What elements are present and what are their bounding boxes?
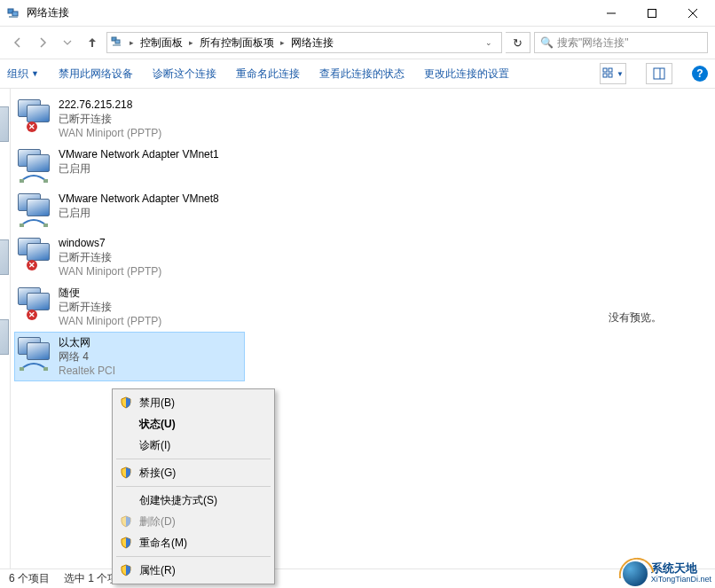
network-icon: ✕ (16, 286, 53, 323)
diagnose-button[interactable]: 诊断这个连接 (153, 67, 216, 82)
connection-status: 网络 4 (59, 349, 115, 364)
connection-name: 222.76.215.218 (59, 98, 161, 112)
menu-create-shortcut[interactable]: 创建快捷方式(S) (114, 490, 272, 511)
content-area: ✕ 222.76.215.218 已断开连接 WAN Miniport (PPT… (0, 89, 715, 568)
connection-item-selected[interactable]: 以太网 网络 4 Realtek PCI (14, 332, 245, 381)
connection-status: 已断开连接 (59, 250, 161, 264)
item-count: 6 个项目 (9, 571, 50, 586)
svg-rect-9 (113, 44, 121, 46)
watermark: 系统天地 XiTongTianDi.net (623, 561, 711, 586)
close-button[interactable] (672, 0, 713, 27)
connection-name: VMware Network Adapter VMnet8 (59, 192, 219, 206)
forward-button[interactable] (32, 32, 53, 53)
menu-properties[interactable]: 属性(R) (114, 560, 272, 581)
context-menu: 禁用(B) 状态(U) 诊断(I) 桥接(G) 创建快捷方式(S) 删除(D) … (112, 388, 275, 584)
svg-rect-12 (603, 74, 607, 77)
maximize-button[interactable] (632, 0, 672, 27)
breadcrumb-seg-1[interactable]: 控制面板 (138, 35, 185, 51)
path-dropdown-icon[interactable]: ⌄ (480, 38, 498, 47)
search-input[interactable]: 🔍 搜索"网络连接" (534, 32, 708, 53)
organize-menu[interactable]: 组织▼ (7, 67, 39, 82)
menu-diagnose[interactable]: 诊断(I) (114, 435, 272, 456)
network-icon: ✕ (16, 236, 53, 273)
menu-separator (116, 459, 271, 459)
svg-rect-4 (648, 9, 656, 17)
menu-rename[interactable]: 重命名(M) (114, 532, 272, 553)
connection-item[interactable]: ✕ windows7 已断开连接 WAN Miniport (PPTP) (14, 232, 245, 282)
svg-rect-16 (20, 179, 24, 183)
chevron-right-icon[interactable]: ▸ (278, 38, 287, 47)
menu-separator (116, 486, 271, 487)
connection-status: 已断开连接 (59, 112, 161, 126)
globe-icon (623, 561, 648, 586)
watermark-title: 系统天地 (651, 563, 711, 574)
view-status-button[interactable]: 查看此连接的状态 (319, 67, 405, 82)
up-button[interactable] (82, 32, 103, 53)
connection-item[interactable]: VMware Network Adapter VMnet8 已启用 (14, 188, 245, 232)
view-options-button[interactable]: ▼ (600, 63, 626, 84)
chevron-right-icon[interactable]: ▸ (186, 38, 196, 47)
connection-device: Realtek PCI (59, 364, 115, 378)
connection-item[interactable]: ✕ 随便 已断开连接 WAN Miniport (PPTP) (14, 282, 245, 332)
titlebar: 网络连接 (0, 0, 715, 27)
rename-button[interactable]: 重命名此连接 (236, 67, 300, 82)
shield-icon (120, 466, 132, 479)
svg-rect-1 (12, 12, 18, 16)
connection-status: 已断开连接 (59, 300, 161, 314)
connection-status: 已启用 (59, 161, 219, 176)
connection-item[interactable]: VMware Network Adapter VMnet1 已启用 (14, 144, 245, 188)
connection-name: windows7 (59, 236, 161, 250)
svg-rect-8 (115, 40, 120, 43)
chevron-right-icon[interactable]: ▸ (127, 38, 137, 47)
breadcrumb[interactable]: ▸ 控制面板 ▸ 所有控制面板项 ▸ 网络连接 ⌄ (106, 32, 502, 53)
connection-name: VMware Network Adapter VMnet1 (59, 147, 219, 161)
search-icon: 🔍 (540, 36, 554, 49)
svg-rect-14 (654, 68, 664, 79)
menu-delete: 删除(D) (114, 511, 272, 532)
preview-pane-button[interactable] (646, 63, 672, 84)
shield-icon (120, 515, 132, 528)
svg-rect-17 (43, 179, 48, 183)
shield-icon (120, 537, 132, 549)
command-bar: 组织▼ 禁用此网络设备 诊断这个连接 重命名此连接 查看此连接的状态 更改此连接… (0, 59, 715, 89)
svg-rect-2 (9, 16, 18, 18)
disable-device-button[interactable]: 禁用此网络设备 (59, 67, 133, 82)
back-button[interactable] (7, 32, 28, 53)
watermark-url: XiTongTianDi.net (651, 574, 711, 584)
menu-status[interactable]: 状态(U) (114, 413, 272, 435)
connection-name: 以太网 (59, 335, 115, 349)
status-bar: 6 个项目 选中 1 个项目 (0, 568, 715, 588)
menu-bridge[interactable]: 桥接(G) (114, 462, 272, 483)
help-button[interactable]: ? (692, 66, 708, 82)
network-icon: ✕ (16, 98, 53, 135)
change-settings-button[interactable]: 更改此连接的设置 (424, 67, 509, 82)
menu-separator (116, 556, 271, 557)
network-icon (16, 147, 53, 184)
svg-rect-10 (603, 68, 607, 72)
network-icon (16, 192, 53, 229)
search-placeholder: 搜索"网络连接" (557, 35, 629, 51)
address-bar: ▸ 控制面板 ▸ 所有控制面板项 ▸ 网络连接 ⌄ ↻ 🔍 搜索"网络连接" (0, 27, 715, 59)
window-controls (591, 0, 713, 27)
connection-device: WAN Miniport (PPTP) (59, 264, 161, 278)
shield-icon (120, 396, 132, 409)
minimize-button[interactable] (591, 0, 632, 27)
network-icon (16, 335, 53, 372)
preview-pane-text: 没有预览。 (609, 310, 662, 325)
window-title: 网络连接 (27, 5, 591, 20)
connection-device: WAN Miniport (PPTP) (59, 314, 161, 328)
window-icon (7, 6, 21, 20)
svg-rect-21 (43, 367, 48, 371)
svg-rect-20 (20, 367, 24, 371)
location-icon (111, 35, 125, 51)
menu-disable[interactable]: 禁用(B) (114, 392, 272, 413)
connection-item[interactable]: ✕ 222.76.215.218 已断开连接 WAN Miniport (PPT… (14, 94, 245, 144)
svg-rect-18 (20, 223, 24, 227)
refresh-button[interactable]: ↻ (506, 32, 530, 53)
svg-rect-11 (609, 68, 612, 72)
breadcrumb-seg-3[interactable]: 网络连接 (289, 35, 335, 51)
breadcrumb-seg-2[interactable]: 所有控制面板项 (198, 35, 276, 51)
nav-pane-collapsed[interactable] (0, 89, 11, 568)
svg-rect-19 (43, 223, 48, 227)
recent-dropdown[interactable] (57, 32, 78, 53)
